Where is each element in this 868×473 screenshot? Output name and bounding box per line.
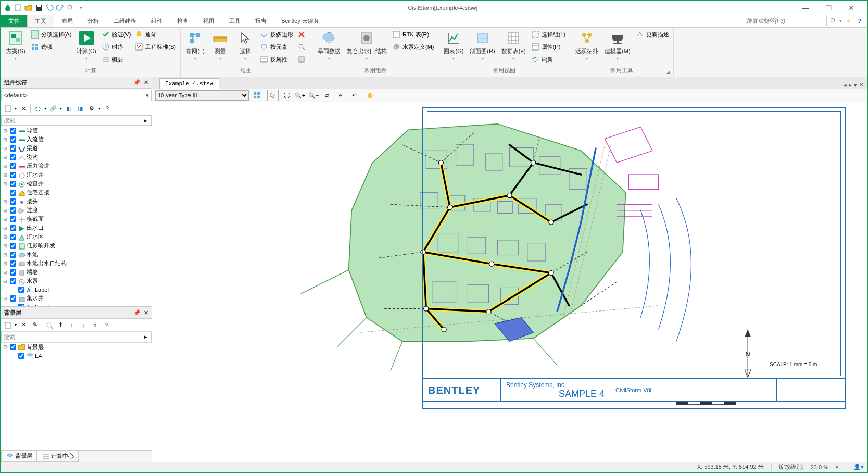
tree-expand-icon[interactable]: ⊞ [2,208,8,213]
storm-data-button[interactable]: 暴雨数据 ▾ [316,29,343,62]
tree-checkbox[interactable] [10,128,16,134]
zoom-dropdown-icon[interactable]: ▾ [836,465,838,470]
tree-expand-icon[interactable]: ⊞ [2,199,8,204]
tree-row[interactable]: Label [1,285,152,294]
tree-expand-icon[interactable]: ⊞ [2,252,8,257]
tree-row[interactable]: ⊞ 水池 [1,250,152,259]
tab-list-icon[interactable]: ▾ [854,82,857,89]
close-icon[interactable]: ✕ [144,309,148,316]
tree-checkbox[interactable] [10,145,16,152]
measure-button[interactable]: 测量 ▾ [209,29,232,62]
help-tool-icon[interactable]: ? [103,104,112,113]
hierarchy-icon[interactable]: 🔗 [48,104,58,113]
tab-视图[interactable]: 视图 [196,15,222,27]
tree-row[interactable]: ⊞ 过渡 [1,206,152,215]
close-button[interactable]: ✕ [846,3,857,13]
tree-row[interactable]: ⊞ 渠道 [1,144,152,153]
chart-button[interactable]: 图表(G) ▾ [442,29,466,62]
tree-expand-icon[interactable]: ⊞ [2,137,8,142]
tree-expand-icon[interactable]: ⊞ [2,270,8,275]
redo-icon[interactable] [55,3,65,13]
tree-row[interactable]: 住宅连接 [1,188,152,197]
tree-expand-icon[interactable]: ⊞ [2,243,8,248]
select-button[interactable]: 选择 ▾ [234,29,257,62]
select-tool-icon[interactable] [267,90,279,101]
components-combo[interactable]: <default>▾ [1,90,152,101]
zoom-out-icon[interactable]: 🔍− [308,90,319,101]
tree-checkbox[interactable] [10,243,16,249]
up-bg-icon[interactable]: ↟ [56,320,65,330]
search-icon[interactable] [829,17,837,25]
tree-checkbox[interactable] [10,216,16,222]
rtk-button[interactable]: RTK 表(R) [391,29,435,40]
components-tree[interactable]: ⊞ 导管 ⊞ 入流管 ⊞ 渠道 ⊞ 边沟 ⊞ 压力管道 ⊞ 汇水井 ⊞ [1,126,152,306]
tree-expand-icon[interactable]: ⊟ [2,296,8,301]
tab-prev-icon[interactable]: ◂ [844,82,847,89]
tree-expand-icon[interactable]: ⊞ [2,155,8,160]
tab-close-icon[interactable]: ✕ [859,82,864,89]
tree-row[interactable]: ⊞ 横截面 [1,215,152,223]
search-dropdown-icon[interactable]: ▾ [839,18,842,23]
new-bg-icon[interactable] [3,320,12,330]
tree-row[interactable]: ⊟ 水泵 [1,277,152,285]
group-launcher-icon[interactable]: ◢ [666,69,670,74]
active-topo-button[interactable]: 活跃拓扑 ▾ [573,29,600,62]
tree-expand-icon[interactable]: ⊞ [2,128,8,133]
tab-next-icon[interactable]: ▸ [849,82,852,89]
tree-row[interactable]: ⊞ 端墙 [1,268,152,277]
zoom-icon[interactable] [66,3,75,13]
notify-button[interactable]: 通知 [134,29,177,40]
tree-expand-icon[interactable]: ⊞ [2,234,8,240]
tree-checkbox[interactable] [10,207,16,214]
tree-row[interactable]: ⊞ 检查井 [1,179,152,188]
drawing-canvas[interactable]: N SCALE: 1 mm = 5 m BENTLEY Bentley Sys [152,102,867,462]
movedn-bg-icon[interactable]: ↓ [79,320,88,330]
search-go-icon[interactable]: ▸ [140,332,152,342]
tab-background[interactable]: 背景层 [1,451,37,462]
search-go-icon[interactable]: ▸ [140,115,152,126]
tab-主页[interactable]: 主页 [27,15,54,27]
engstd-button[interactable]: 工程标准(S) [134,41,177,53]
tree-checkbox[interactable] [10,163,16,169]
maximize-button[interactable]: ☐ [823,3,834,13]
zoom-in-icon[interactable]: 🔍+ [294,90,306,101]
compute-button[interactable]: 计算(C) ▾ [74,29,98,62]
tree-expand-icon[interactable]: ⊞ [2,261,8,266]
tab-组件[interactable]: 组件 [144,15,170,27]
close-icon[interactable]: ✕ [144,79,148,86]
tree-row[interactable]: ⊟ 集水井 [1,294,152,303]
file-tab[interactable]: 文件 [1,15,27,27]
app-icon[interactable] [3,3,12,13]
tool3-button[interactable] [296,54,309,65]
move-down-icon[interactable]: ◨ [76,104,85,113]
tab-分析[interactable]: 分析 [80,15,106,27]
tab-布局[interactable]: 布局 [54,15,80,27]
by-attr-button[interactable]: 按属性 [259,54,294,65]
undo-icon[interactable] [45,3,54,13]
tree-checkbox[interactable] [10,198,16,205]
tree-checkbox[interactable] [10,172,16,178]
tree-checkbox[interactable] [10,260,16,267]
tree-row[interactable]: ⊞ 接头 [1,197,152,206]
tree-row[interactable]: ⊞ 汇水井 [1,170,152,179]
components-panel-header[interactable]: 组件线符 📌 ✕ [1,77,152,89]
tree-checkbox[interactable] [18,287,24,293]
tree-checkbox[interactable] [10,269,16,276]
tree-checkbox[interactable] [10,252,16,258]
layout-button[interactable]: 布网(L) ▾ [184,29,207,62]
outlet-button[interactable]: 复合出水口结构 ▾ [345,29,389,62]
tree-row[interactable]: ⊞ 出水口 [1,223,152,232]
minimize-button[interactable]: — [800,3,811,13]
scheme-button[interactable]: 方案(S) ▾ [4,29,28,62]
tree-checkbox[interactable] [10,154,16,160]
tab-工具[interactable]: 工具 [222,15,248,27]
tree-row[interactable]: ⊞ 低影响开发 [1,241,152,250]
tree-expand-icon[interactable]: ⊞ [2,226,8,231]
filter-icon[interactable]: ⚙ [87,104,96,113]
pin-icon[interactable]: 📌 [133,309,141,316]
tree-checkbox[interactable] [10,278,16,284]
by-element-button[interactable]: 按元素 [259,41,294,53]
data-table-button[interactable]: 数据表(F) ▾ [499,29,528,62]
dn-bg-icon[interactable]: ↡ [90,320,99,330]
background-panel-header[interactable]: 背景层 📌 ✕ [1,307,152,319]
